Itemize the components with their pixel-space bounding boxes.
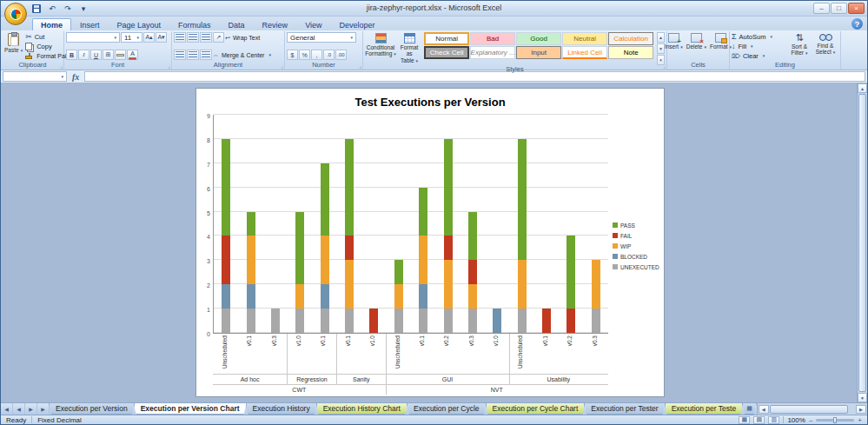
- redo-button[interactable]: ↷: [62, 3, 74, 14]
- horizontal-scroll-thumb[interactable]: [770, 405, 848, 414]
- segment-pass[interactable]: [222, 139, 230, 236]
- hscroll-left-arrow[interactable]: ◀: [759, 405, 769, 414]
- bar-cwt-ad-hoc-v0-3[interactable]: [271, 309, 280, 333]
- tab-insert[interactable]: Insert: [71, 18, 109, 30]
- segment-unexecuted[interactable]: [419, 309, 427, 333]
- align-left-button[interactable]: [174, 50, 186, 60]
- segment-wip[interactable]: [345, 260, 354, 309]
- zoom-slider[interactable]: [816, 419, 854, 422]
- segment-blocked[interactable]: [493, 309, 501, 333]
- vertical-scrollbar[interactable]: ▲ ▼: [857, 83, 867, 402]
- style-bad[interactable]: Bad: [470, 32, 515, 45]
- chart-sheet[interactable]: Test Executions per Version 0123456789 U…: [195, 88, 665, 397]
- align-right-button[interactable]: [200, 50, 212, 60]
- align-bottom-button[interactable]: [200, 32, 212, 43]
- minimize-button[interactable]: –: [813, 3, 830, 14]
- segment-wip[interactable]: [518, 260, 527, 309]
- find-select-button[interactable]: Find & Select: [813, 32, 838, 61]
- tab-home[interactable]: Home: [32, 18, 71, 30]
- font-name-select[interactable]: [66, 32, 120, 43]
- bar-cwt-ad-hoc-unscheduled[interactable]: [222, 139, 230, 333]
- segment-wip[interactable]: [247, 236, 255, 284]
- align-top-button[interactable]: [174, 32, 186, 43]
- segment-pass[interactable]: [321, 163, 329, 236]
- view-page-break-button[interactable]: ▥: [768, 416, 779, 424]
- style-explanatory[interactable]: Explanatory ...: [470, 46, 515, 59]
- help-button[interactable]: ?: [851, 18, 863, 30]
- prev-sheet-button[interactable]: ◀: [13, 403, 25, 415]
- bar-nvt-usability-v0-1[interactable]: [542, 309, 551, 333]
- view-page-layout-button[interactable]: ▤: [753, 416, 765, 424]
- percent-style-button[interactable]: %: [299, 50, 310, 60]
- font-size-select[interactable]: 11: [121, 32, 142, 43]
- grow-font-button[interactable]: A▴: [143, 32, 155, 43]
- segment-pass[interactable]: [468, 212, 477, 261]
- segment-pass[interactable]: [518, 139, 527, 260]
- segment-unexecuted[interactable]: [394, 309, 403, 333]
- style-normal[interactable]: Normal: [424, 32, 469, 45]
- sheet-tab-execution-per-version-chart[interactable]: Execution per Version Chart: [134, 403, 247, 415]
- bar-cwt-sanity-v1-0[interactable]: [369, 309, 378, 333]
- sheet-tab-execution-history[interactable]: Execution History: [246, 403, 317, 415]
- style-linked-cell[interactable]: Linked Cell: [562, 46, 607, 59]
- decrease-decimal-button[interactable]: .00: [335, 50, 347, 60]
- fill-button[interactable]: ↓Fill: [732, 42, 785, 50]
- insert-function-button[interactable]: fx: [69, 72, 83, 82]
- view-normal-button[interactable]: ▦: [739, 416, 750, 424]
- tab-formulas[interactable]: Formulas: [169, 18, 220, 30]
- segment-unexecuted[interactable]: [222, 309, 230, 333]
- segment-fail[interactable]: [468, 260, 477, 284]
- comma-style-button[interactable]: ,: [311, 50, 322, 60]
- segment-unexecuted[interactable]: [518, 309, 527, 333]
- bar-cwt-regression-v1-0[interactable]: [295, 212, 304, 333]
- segment-fail[interactable]: [222, 236, 230, 284]
- tab-developer[interactable]: Developer: [330, 18, 383, 30]
- zoom-out-button[interactable]: –: [809, 416, 812, 424]
- save-button[interactable]: [30, 3, 43, 14]
- italic-button[interactable]: I: [78, 50, 89, 60]
- bar-cwt-regression-v0-1[interactable]: [321, 163, 329, 333]
- segment-pass[interactable]: [419, 188, 427, 236]
- bar-nvt-gui-v1-0[interactable]: [493, 309, 501, 333]
- bar-nvt-gui-v0-1[interactable]: [419, 188, 427, 333]
- sort-filter-button[interactable]: ⇅ Sort & Filter: [787, 32, 812, 61]
- fill-color-button[interactable]: [115, 50, 126, 60]
- sheet-tab-execution-per-cycle[interactable]: Execution per Cycle: [407, 403, 487, 415]
- undo-button[interactable]: ↶: [46, 3, 58, 14]
- scroll-up-arrow[interactable]: ▲: [858, 83, 867, 93]
- segment-wip[interactable]: [592, 260, 600, 309]
- style-neutral[interactable]: Neutral: [562, 32, 607, 45]
- accounting-format-button[interactable]: $: [287, 50, 298, 60]
- zoom-slider-thumb[interactable]: [833, 417, 837, 423]
- bold-button[interactable]: B: [66, 50, 77, 60]
- segment-pass[interactable]: [394, 260, 403, 284]
- shrink-font-button[interactable]: A▾: [156, 32, 167, 43]
- maximize-button[interactable]: □: [831, 3, 847, 14]
- vertical-scroll-thumb[interactable]: [858, 94, 866, 392]
- style-good[interactable]: Good: [516, 32, 561, 45]
- tab-data[interactable]: Data: [220, 18, 254, 30]
- bar-nvt-gui-unscheduled[interactable]: [394, 260, 403, 333]
- last-sheet-button[interactable]: ▶: [37, 403, 50, 415]
- insert-worksheet-tab[interactable]: ▦: [742, 403, 757, 415]
- segment-unexecuted[interactable]: [444, 309, 453, 333]
- conditional-formatting-button[interactable]: Conditional Formatting: [365, 32, 396, 65]
- sheet-tab-execution-per-tester[interactable]: Execution per Tester: [584, 403, 665, 415]
- segment-blocked[interactable]: [419, 284, 427, 309]
- bar-nvt-usability-v0-3[interactable]: [592, 260, 600, 333]
- bar-nvt-usability-unscheduled[interactable]: [518, 139, 527, 333]
- bar-nvt-gui-v0-2[interactable]: [444, 139, 453, 333]
- increase-decimal-button[interactable]: .0: [323, 50, 335, 60]
- segment-pass[interactable]: [567, 236, 575, 309]
- office-button[interactable]: [4, 3, 27, 25]
- tab-view[interactable]: View: [296, 18, 330, 30]
- segment-wip[interactable]: [321, 236, 329, 284]
- segment-wip[interactable]: [394, 284, 403, 309]
- style-input[interactable]: Input: [516, 46, 561, 59]
- sheet-tab-execution-per-version[interactable]: Execution per Version: [49, 403, 135, 415]
- bar-nvt-gui-v0-3[interactable]: [468, 212, 477, 333]
- merge-center-button[interactable]: ⇔Merge & Center: [213, 50, 271, 59]
- style-calculation[interactable]: Calculation: [608, 32, 653, 45]
- insert-cells-button[interactable]: Insert: [664, 32, 684, 61]
- segment-fail[interactable]: [444, 236, 453, 260]
